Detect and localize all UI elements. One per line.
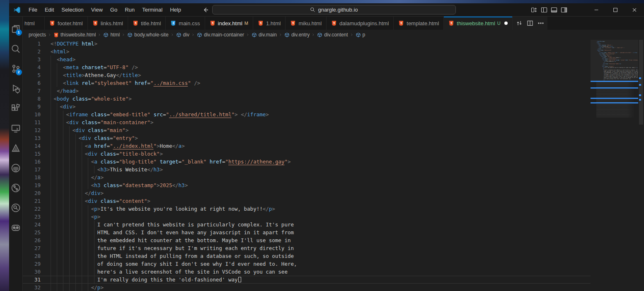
line-number[interactable]: 23 [23,213,51,221]
line-number[interactable]: 18 [23,173,51,181]
activity-source-control[interactable]: 2 [9,59,23,79]
code-line-1[interactable]: 1<!DOCTYPE html> [23,40,591,48]
breadcrumb-div.content[interactable]: div.content [317,32,348,38]
line-number[interactable]: 7 [23,87,51,95]
code-line-18[interactable]: 18</a> [23,173,591,181]
tab-thiswebsite.html[interactable]: 5thiswebsite.htmlU [444,17,512,30]
code-line-5[interactable]: 5<title>Athene.Gay</title> [23,71,591,79]
code-line-10[interactable]: 10<iframe class="embed-title" src="../sh… [23,111,591,118]
code-line-15[interactable]: 15<div class="title-block"> [23,150,591,158]
line-number[interactable]: 5 [23,71,51,79]
line-number[interactable]: 29 [23,260,51,268]
activity-explorer[interactable]: 1 [9,19,23,39]
code-line-6[interactable]: 6<link rel="stylesheet" href="../main.cs… [23,79,591,87]
code-line-31[interactable]: 31I'm really doing this the 'old-fashion… [23,276,591,284]
code-area[interactable]: 1<!DOCTYPE html>2<html>3<head>4<meta cha… [23,40,591,291]
code-line-16[interactable]: 16<a class="blog-title" target="_blank" … [23,158,591,166]
menu-selection[interactable]: Selection [58,5,87,14]
breadcrumb-thiswebsite.html[interactable]: 5thiswebsite.html [53,32,96,38]
code-line-21[interactable]: 21<div class="content"> [23,197,591,205]
line-number[interactable]: 30 [23,268,51,276]
breadcrumb-body.whole-site[interactable]: body.whole-site [127,32,169,38]
code-line-27[interactable]: 27future if it's necessary but I'm writi… [23,244,591,252]
tab-dalamudplugins.html[interactable]: 5dalamudplugins.html [327,17,394,30]
activity-git-graph[interactable] [9,178,23,198]
line-number[interactable]: 20 [23,189,51,197]
activity-search[interactable] [9,39,23,59]
code-line-7[interactable]: 7</head> [23,87,591,95]
line-number[interactable]: 17 [23,166,51,173]
code-line-25[interactable]: 25HTML and CSS. I don't even have any ja… [23,228,591,236]
line-number[interactable]: 19 [23,181,51,189]
editor-scrollbar[interactable] [638,40,644,291]
code-line-24[interactable]: 24I can't pretend this website is partic… [23,221,591,228]
breadcrumb-p[interactable]: p [356,32,366,38]
line-number[interactable]: 10 [23,111,51,118]
minimize-button[interactable] [587,3,606,17]
code-line-12[interactable]: 12<div class="main"> [23,126,591,134]
line-number[interactable]: 8 [23,95,51,103]
open-changes-icon[interactable] [516,20,523,26]
line-number[interactable]: 9 [23,103,51,111]
code-line-19[interactable]: 19<h3 class="datestamp">2025</h3> [23,181,591,189]
line-number[interactable]: 4 [23,63,51,71]
code-line-13[interactable]: 13<div class="entry"> [23,134,591,142]
code-line-2[interactable]: 2<html> [23,48,591,55]
scrollbar-slider[interactable] [639,40,643,125]
line-number[interactable]: 24 [23,221,51,228]
menu-file[interactable]: File [25,5,41,14]
command-center-search[interactable]: gnargle.github.io [212,5,456,14]
activity-run-debug[interactable] [9,79,23,99]
tab-html[interactable]: html [23,17,45,30]
menu-go[interactable]: Go [107,5,121,14]
line-number[interactable]: 21 [23,197,51,205]
code-line-8[interactable]: 8<body class="whole-site"> [23,95,591,103]
line-number[interactable]: 11 [23,118,51,126]
code-line-30[interactable]: 30here's a live screenshot of the site i… [23,268,591,276]
menu-view[interactable]: View [87,5,107,14]
code-line-22[interactable]: 22<p>It's the website you're looking at … [23,205,591,213]
back-arrow-icon[interactable] [202,7,209,13]
tab-title.html[interactable]: 5title.html [128,17,166,30]
line-number[interactable]: 14 [23,142,51,150]
line-number[interactable]: 2 [23,48,51,55]
line-number[interactable]: 16 [23,158,51,166]
tab-links.html[interactable]: 5links.html [88,17,128,30]
line-number[interactable]: 13 [23,134,51,142]
menu-terminal[interactable]: Terminal [138,5,166,14]
maximize-button[interactable] [606,3,625,17]
activity-godot-tools[interactable] [9,218,23,238]
code-line-32[interactable]: 32</p> [23,284,591,291]
tab-1.html[interactable]: 51.html [253,17,286,30]
line-number[interactable]: 22 [23,205,51,213]
minimap[interactable]: <!DOCTYPE html><html><head><meta charset… [591,40,638,291]
code-line-17[interactable]: 17<h3>This Website</h3> [23,166,591,173]
code-line-3[interactable]: 3<head> [23,55,591,63]
toggle-primary-sidebar-icon[interactable] [541,7,547,13]
customize-layout-icon[interactable] [531,7,537,13]
more-actions-icon[interactable] [537,20,544,26]
breadcrumb-projects[interactable]: projects [29,32,46,38]
activity-github[interactable] [9,158,23,178]
code-line-23[interactable]: 23<p> [23,213,591,221]
line-number[interactable]: 15 [23,150,51,158]
activity-extensions[interactable] [9,99,23,118]
tab-footer.html[interactable]: 5footer.html [45,17,88,30]
breadcrumb-div.main[interactable]: div.main [252,32,277,38]
line-number[interactable]: 26 [23,236,51,244]
menu-edit[interactable]: Edit [41,5,58,14]
line-number[interactable]: 28 [23,252,51,260]
tab-index.html[interactable]: 5index.htmlM [205,17,253,30]
split-editor-icon[interactable] [527,20,533,26]
line-number[interactable]: 32 [23,284,51,291]
code-line-29[interactable]: 29of doing some fancy shit I don't see w… [23,260,591,268]
dirty-indicator-dot[interactable] [504,22,508,25]
line-number[interactable]: 27 [23,244,51,252]
code-line-26[interactable]: 26the embedded hit counter at the bottom… [23,236,591,244]
code-editor[interactable]: 1<!DOCTYPE html>2<html>3<head>4<meta cha… [23,40,644,291]
code-line-20[interactable]: 20</div> [23,189,591,197]
menu-run[interactable]: Run [121,5,138,14]
tab-main.css[interactable]: 3main.css [166,17,205,30]
breadcrumb-div.main-container[interactable]: div.main-container [197,32,244,38]
activity-remote-explorer[interactable] [9,118,23,138]
